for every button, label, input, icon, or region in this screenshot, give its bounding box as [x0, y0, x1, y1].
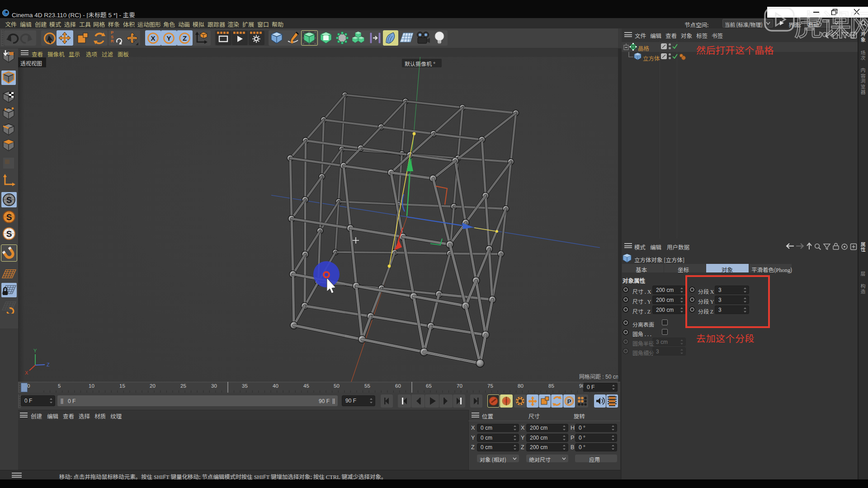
svg-text:S: S: [6, 229, 12, 239]
svg-text:Y: Y: [33, 348, 37, 353]
svg-text:Z: Z: [183, 34, 187, 42]
svg-text:Y: Y: [166, 34, 171, 42]
svg-text:S: S: [6, 212, 12, 222]
svg-text:X: X: [25, 370, 28, 375]
svg-text:X: X: [151, 34, 155, 42]
svg-text:S: S: [6, 195, 12, 205]
svg-text:P: P: [567, 398, 571, 405]
svg-text:Z: Z: [47, 362, 50, 367]
